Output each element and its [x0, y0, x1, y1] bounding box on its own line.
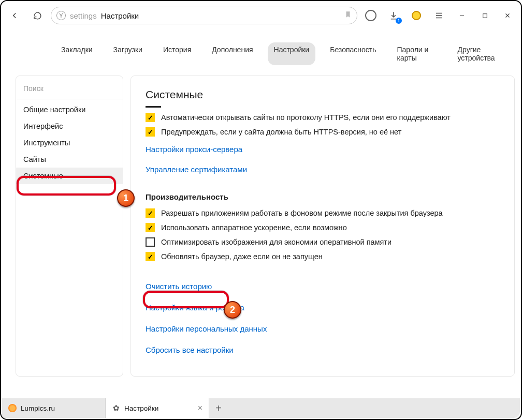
minimize-button[interactable] — [453, 6, 471, 25]
label-hw-accel: Использовать аппаратное ускорение, если … — [161, 223, 347, 232]
settings-content: Системные Автоматически открывать сайты … — [130, 76, 515, 377]
link-proxy-settings[interactable]: Настройки прокси-сервера — [146, 145, 242, 154]
scroll-indicator — [146, 106, 161, 108]
checkbox-bg-apps[interactable] — [146, 208, 155, 218]
settings-nav: Закладки Загрузки История Дополнения Нас… — [1, 30, 521, 71]
settings-sidebar: Поиск Общие настройки Интерфейс Инструме… — [16, 76, 123, 377]
browser-tab-strip: Lumpics.ru ✿ Настройки × + — [2, 398, 520, 418]
browser-tab-2[interactable]: ✿ Настройки × — [106, 398, 209, 418]
label-optimize-images: Оптимизировать изображения для экономии … — [161, 238, 392, 246]
extension-button[interactable] — [407, 6, 426, 25]
browser-toolbar: Y settings Настройки 1 — [1, 1, 521, 30]
checkbox-hw-accel[interactable] — [146, 223, 155, 232]
svg-rect-0 — [483, 13, 487, 18]
sidebar-item-interface[interactable]: Интерфейс — [16, 118, 123, 134]
link-personal-data[interactable]: Настройки персональных данных — [146, 324, 500, 333]
nav-tab-addons[interactable]: Дополнения — [206, 42, 259, 65]
address-bar[interactable]: Y settings Настройки — [51, 7, 357, 24]
link-cert-management[interactable]: Управление сертификатами — [146, 165, 247, 174]
checkbox-https-warn[interactable] — [146, 127, 155, 137]
link-clear-history[interactable]: Очистить историю — [146, 282, 500, 291]
label-https-auto: Автоматически открывать сайты по протоко… — [161, 113, 451, 122]
close-window-button[interactable] — [498, 6, 517, 25]
bookmark-icon[interactable] — [344, 10, 352, 21]
sidebar-item-tools[interactable]: Инструменты — [16, 134, 123, 151]
browser-tab-1[interactable]: Lumpics.ru — [2, 398, 106, 418]
address-title: Настройки — [101, 11, 139, 20]
sidebar-item-system[interactable]: Системные — [16, 168, 123, 184]
annotation-callout-2: 2 — [224, 301, 241, 319]
new-tab-button[interactable]: + — [209, 398, 228, 418]
sidebar-item-general[interactable]: Общие настройки — [16, 101, 123, 118]
favicon-lumpics-icon — [8, 404, 17, 412]
link-reset-settings[interactable]: Сбросить все настройки — [146, 346, 500, 354]
tab-title: Lumpics.ru — [21, 404, 55, 412]
label-update-bg: Обновлять браузер, даже если он не запущ… — [161, 252, 323, 261]
checkbox-optimize-images[interactable] — [146, 237, 155, 247]
nav-tab-devices[interactable]: Другие устройства — [452, 42, 511, 65]
maximize-button[interactable] — [475, 6, 494, 25]
sidebar-item-sites[interactable]: Сайты — [16, 151, 123, 168]
nav-tab-passwords[interactable]: Пароли и карты — [391, 42, 443, 65]
checkbox-update-bg[interactable] — [146, 252, 155, 261]
section-heading: Системные — [146, 88, 500, 101]
tab-close-button[interactable]: × — [198, 403, 202, 413]
sidebar-search[interactable]: Поиск — [16, 79, 123, 98]
nav-tab-history[interactable]: История — [157, 42, 197, 65]
back-button[interactable] — [5, 6, 24, 25]
tab-title: Настройки — [124, 404, 158, 412]
nav-tab-security[interactable]: Безопасность — [324, 42, 382, 65]
nav-tab-bookmarks[interactable]: Закладки — [55, 42, 99, 65]
checkbox-https-auto[interactable] — [146, 113, 155, 122]
yandex-logo-icon: Y — [56, 11, 66, 20]
label-https-warn: Предупреждать, если у сайта должна быть … — [161, 128, 401, 136]
link-language-region[interactable]: Настройки языка и региона — [146, 303, 500, 312]
annotation-callout-1: 1 — [117, 189, 135, 207]
performance-heading: Производительность — [146, 192, 500, 201]
menu-button[interactable] — [430, 6, 448, 25]
yandex-services-button[interactable] — [361, 6, 380, 25]
download-badge: 1 — [396, 18, 402, 24]
sidebar-divider — [16, 99, 123, 99]
favicon-settings-icon: ✿ — [112, 404, 120, 412]
label-bg-apps: Разрешать приложениям работать в фоновом… — [161, 209, 443, 217]
nav-tab-settings[interactable]: Настройки — [268, 42, 316, 65]
nav-tab-downloads[interactable]: Загрузки — [107, 42, 149, 65]
reload-button[interactable] — [28, 6, 47, 25]
address-prefix: settings — [70, 11, 97, 20]
downloads-button[interactable]: 1 — [384, 6, 403, 25]
